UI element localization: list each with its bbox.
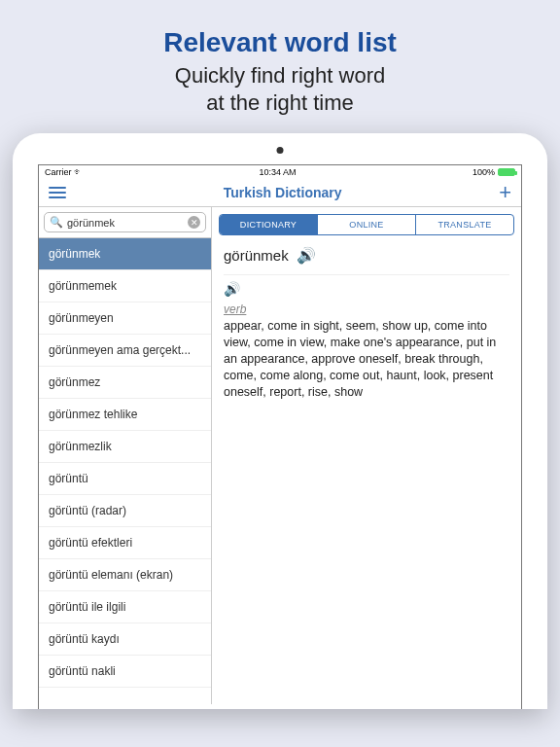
list-item[interactable]: görüntü elemanı (ekran) bbox=[39, 559, 211, 591]
word-list[interactable]: görünmekgörünmemekgörünmeyengörünmeyen a… bbox=[39, 238, 211, 704]
battery-icon bbox=[498, 168, 515, 176]
tab-dictionary[interactable]: DICTIONARY bbox=[220, 215, 317, 234]
promo-headline: Relevant word list bbox=[0, 27, 560, 58]
status-bar: Carrier ᯤ 10:34 AM 100% bbox=[39, 165, 521, 179]
search-icon: 🔍 bbox=[50, 216, 63, 229]
list-item[interactable]: görünmeyen ama gerçekt... bbox=[39, 335, 211, 367]
definition-text: appear, come in sight, seem, show up, co… bbox=[224, 318, 509, 400]
pronounce-button[interactable]: 🔊 bbox=[297, 246, 316, 265]
headword: görünmek bbox=[224, 247, 289, 264]
list-item[interactable]: görünmeyen bbox=[39, 302, 211, 335]
battery-percent: 100% bbox=[472, 167, 495, 177]
clock: 10:34 AM bbox=[259, 167, 296, 177]
list-item[interactable]: görüntü bbox=[39, 463, 211, 495]
search-box[interactable]: 🔍 ✕ bbox=[44, 212, 206, 232]
tab-translate[interactable]: TRANSLATE bbox=[415, 215, 513, 234]
list-item[interactable]: görünmemek bbox=[39, 270, 211, 302]
add-button[interactable]: + bbox=[499, 186, 511, 199]
device-camera bbox=[277, 147, 284, 154]
tab-bar: DICTIONARYONLINETRANSLATE bbox=[219, 214, 514, 235]
tab-online[interactable]: ONLINE bbox=[317, 215, 415, 234]
app-screen: Carrier ᯤ 10:34 AM 100% Turkish Dictiona… bbox=[38, 164, 522, 709]
list-item[interactable]: görüntü (radar) bbox=[39, 495, 211, 527]
wifi-icon: ᯤ bbox=[74, 167, 83, 177]
promo-banner: Relevant word list Quickly find right wo… bbox=[0, 0, 560, 133]
nav-bar: Turkish Dictionary + bbox=[39, 179, 521, 207]
menu-button[interactable] bbox=[49, 187, 66, 198]
main-panel: DICTIONARYONLINETRANSLATE görünmek 🔊 🔊 v… bbox=[212, 207, 521, 704]
list-item[interactable]: görünmek bbox=[39, 238, 211, 270]
promo-sub: Quickly find right word at the right tim… bbox=[0, 62, 560, 116]
clear-search-button[interactable]: ✕ bbox=[188, 216, 200, 229]
dictionary-entry: görünmek 🔊 🔊 verb appear, come in sight,… bbox=[212, 242, 521, 411]
search-input[interactable] bbox=[67, 217, 184, 229]
part-of-speech: verb bbox=[224, 302, 509, 316]
device-frame: Carrier ᯤ 10:34 AM 100% Turkish Dictiona… bbox=[13, 133, 547, 709]
sidebar: 🔍 ✕ görünmekgörünmemekgörünmeyengörünmey… bbox=[39, 207, 212, 704]
list-item[interactable]: görüntü efektleri bbox=[39, 527, 211, 559]
list-item[interactable]: görüntü ile ilgili bbox=[39, 591, 211, 623]
pronounce-button-secondary[interactable]: 🔊 bbox=[224, 281, 240, 297]
list-item[interactable]: görüntü nakli bbox=[39, 656, 211, 688]
list-item[interactable]: görünmez bbox=[39, 367, 211, 399]
app-title: Turkish Dictionary bbox=[224, 185, 342, 200]
list-item[interactable]: görüntü kaydı bbox=[39, 623, 211, 656]
carrier-label: Carrier ᯤ bbox=[45, 167, 83, 177]
list-item[interactable]: görünmez tehlike bbox=[39, 399, 211, 431]
list-item[interactable]: görünmezlik bbox=[39, 431, 211, 463]
